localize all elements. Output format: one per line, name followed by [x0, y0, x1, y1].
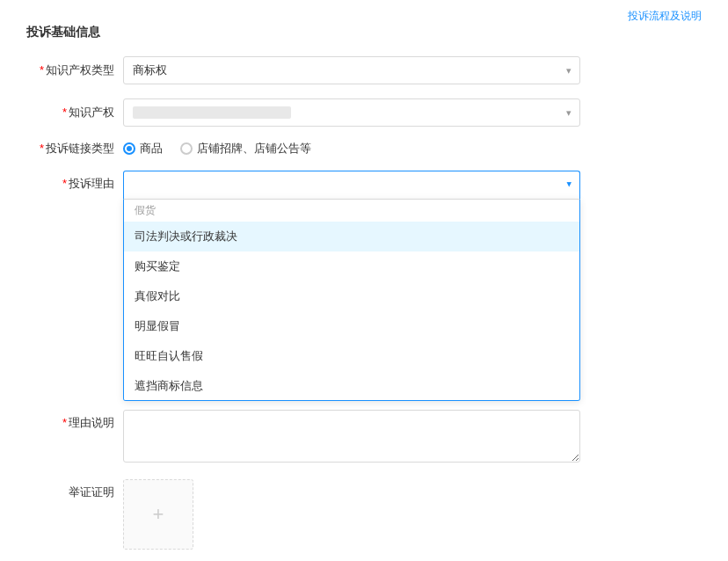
reason-select[interactable]: [123, 171, 580, 199]
complaint-link-type-label: *投诉链接类型: [26, 141, 123, 157]
complaint-reason-label: *投诉理由: [26, 171, 123, 192]
required-star4: *: [62, 177, 67, 190]
required-star2: *: [62, 106, 67, 119]
section-title: 投诉基础信息: [26, 25, 702, 40]
ip-type-control: 商标权 ▾: [123, 56, 580, 84]
dropdown-item-trademark[interactable]: 遮挡商标信息: [124, 371, 579, 401]
dropdown-section-fake: 假货: [124, 200, 579, 222]
ip-placeholder-bar: [133, 106, 291, 119]
complaint-reason-control: ▴ 假货 司法判决或行政裁决 购买鉴定 真假对比 明显假冒 旺旺自认售假 遮挡商…: [123, 171, 580, 199]
required-star: *: [40, 63, 44, 76]
reason-select-wrapper[interactable]: ▴ 假货 司法判决或行政裁决 购买鉴定 真假对比 明显假冒 旺旺自认售假 遮挡商…: [123, 171, 580, 199]
reason-dropdown-list[interactable]: 假货 司法判决或行政裁决 购买鉴定 真假对比 明显假冒 旺旺自认售假 遮挡商标信…: [123, 199, 580, 401]
ip-label: *知识产权: [26, 105, 123, 120]
radio-shop-circle[interactable]: [180, 142, 193, 155]
dropdown-item-wangwang[interactable]: 旺旺自认售假: [124, 341, 579, 371]
radio-item-shop[interactable]: 店铺招牌、店铺公告等: [180, 141, 311, 157]
reason-desc-control: [123, 410, 580, 465]
ip-type-row: *知识产权类型 商标权 ▾: [26, 56, 702, 84]
radio-goods-circle[interactable]: [123, 142, 135, 155]
ip-type-select-wrapper[interactable]: 商标权 ▾: [123, 56, 580, 84]
reason-desc-label: *理由说明: [26, 410, 123, 431]
dropdown-item-comparison[interactable]: 真假对比: [124, 281, 579, 311]
ip-row: *知识产权 ▾: [26, 98, 702, 127]
dropdown-item-purchase[interactable]: 购买鉴定: [124, 251, 579, 281]
required-star3: *: [40, 142, 44, 155]
radio-item-goods[interactable]: 商品: [123, 141, 163, 157]
top-link[interactable]: 投诉流程及说明: [628, 9, 702, 24]
ip-control: ▾: [123, 98, 580, 127]
dropdown-item-obvious[interactable]: 明显假冒: [124, 311, 579, 341]
required-star5: *: [62, 416, 67, 429]
complaint-link-type-row: *投诉链接类型 商品 店铺招牌、店铺公告等: [26, 141, 702, 157]
evidence-label: 举证证明: [26, 479, 123, 500]
page-container: 投诉流程及说明 投诉基础信息 *知识产权类型 商标权 ▾ *知识产权 ▾: [0, 0, 728, 561]
reason-desc-row: *理由说明: [26, 410, 702, 465]
ip-select-wrapper[interactable]: ▾: [123, 98, 580, 127]
evidence-control: +: [123, 479, 580, 550]
reason-desc-textarea[interactable]: [123, 410, 580, 463]
plus-icon: +: [153, 503, 164, 526]
ip-select[interactable]: [123, 98, 580, 127]
complaint-link-type-control: 商品 店铺招牌、店铺公告等: [123, 141, 580, 157]
radio-shop-label: 店铺招牌、店铺公告等: [197, 141, 311, 157]
complaint-reason-row: *投诉理由 ▴ 假货 司法判决或行政裁决 购买鉴定 真假对比 明显假冒 旺旺自认…: [26, 171, 702, 199]
dropdown-item-judicial[interactable]: 司法判决或行政裁决: [124, 222, 579, 251]
evidence-row: 举证证明 +: [26, 479, 702, 550]
ip-type-select[interactable]: 商标权: [123, 56, 580, 84]
upload-area[interactable]: +: [123, 479, 193, 550]
ip-type-label: *知识产权类型: [26, 62, 123, 78]
radio-group: 商品 店铺招牌、店铺公告等: [123, 141, 580, 157]
radio-goods-label: 商品: [140, 141, 163, 157]
